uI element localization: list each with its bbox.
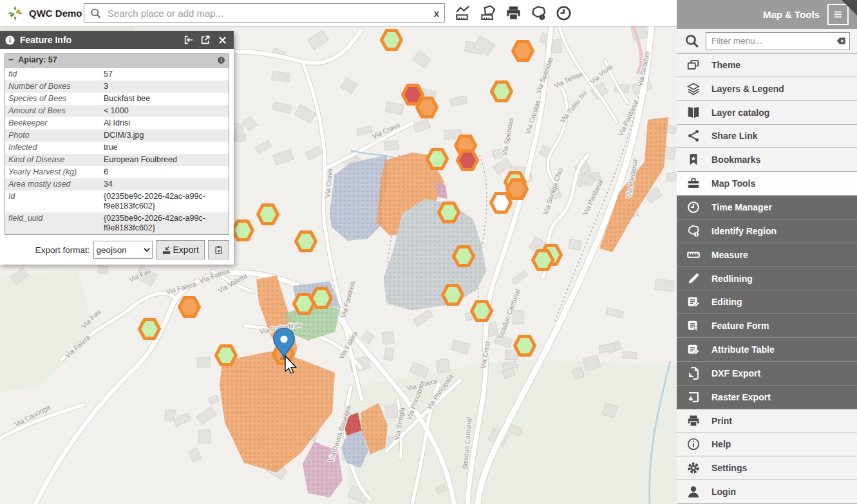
apiary-marker-orange[interactable] (513, 42, 533, 61)
raster-export-icon (684, 390, 702, 404)
apiary-marker-green[interactable] (492, 82, 512, 101)
print-icon[interactable] (502, 2, 524, 24)
feature-attribute-row: Number of Boxes3 (5, 80, 229, 93)
apiary-marker-green[interactable] (428, 150, 447, 169)
feature-attribute-row: field_uuid{0235be9c-2026-42ac-a99c-f9e81… (5, 212, 229, 235)
detach-window-icon[interactable] (198, 33, 212, 47)
feature-attribute-row: BeekeeperAl Idrisi (5, 117, 229, 129)
apiary-marker-green[interactable] (140, 320, 160, 339)
feature-attribute-row: Amount of Bees< 1000 (5, 105, 229, 117)
sidebar-item-editing[interactable]: Editing (677, 290, 857, 314)
apiary-marker-green[interactable] (439, 203, 459, 222)
time-manager-icon[interactable] (552, 2, 574, 24)
apiary-marker-green[interactable] (515, 337, 535, 355)
apiary-marker-green[interactable] (258, 205, 278, 224)
search-icon (89, 7, 102, 19)
feature-form-icon (684, 319, 702, 333)
feature-info-icon[interactable] (217, 56, 225, 64)
apiary-marker-green[interactable] (233, 221, 253, 240)
top-bar: QWC Demo x (0, 0, 677, 26)
feature-info-title: Feature Info (20, 35, 179, 45)
sidebar-title: Map & Tools (763, 9, 820, 20)
download-icon (162, 245, 171, 255)
attribute-label: field_uuid (5, 212, 101, 235)
menu-filter-input[interactable] (706, 32, 850, 50)
sidebar-item-label: Layers & Legend (711, 84, 784, 94)
attribute-label: Id (5, 191, 101, 212)
dxf-export-icon (684, 366, 702, 380)
search-bar[interactable]: x (84, 3, 445, 23)
apiary-marker-green[interactable] (216, 346, 236, 365)
dock-window-icon[interactable] (182, 33, 196, 47)
apiary-marker-green[interactable] (382, 31, 402, 50)
sidebar-item-layers-legend[interactable]: Layers & Legend (677, 77, 857, 101)
apiary-marker-green[interactable] (294, 295, 314, 313)
sidebar-item-layer-catalog[interactable]: Layer catalog (677, 101, 857, 125)
measure-area-icon[interactable] (477, 2, 499, 24)
sidebar-item-share-link[interactable]: Share Link (677, 125, 857, 149)
feature-attribute-row: Kind of DiseaseEuropean Foulbreed (5, 154, 229, 166)
attribute-value: 3 (100, 80, 229, 93)
measure-line-icon[interactable] (452, 2, 474, 24)
sidebar-item-time-manager[interactable]: Time Manager (677, 196, 857, 219)
export-format-label: Export format: (35, 245, 90, 255)
attribute-label: Kind of Disease (5, 154, 101, 166)
sidebar-item-identify-region[interactable]: Identify Region (677, 219, 857, 243)
attribute-label: Amount of Bees (5, 105, 101, 117)
export-button[interactable]: Export (156, 240, 205, 259)
sidebar-item-measure[interactable]: Measure (677, 243, 857, 267)
feature-attribute-row: Area mostly used34 (5, 178, 229, 191)
collapse-icon[interactable]: − (8, 55, 13, 65)
editing-icon (684, 295, 702, 309)
sidebar-item-dxf-export[interactable]: DXF Export (677, 362, 857, 386)
export-format-select[interactable]: geojson (93, 241, 153, 259)
copy-to-clipboard-button[interactable] (208, 240, 229, 259)
close-icon[interactable] (215, 33, 229, 47)
apiary-marker-red[interactable] (458, 151, 478, 170)
app-logo: QWC Demo (0, 5, 82, 22)
apiary-marker-green[interactable] (533, 251, 553, 270)
sidebar-item-label: Attribute Table (711, 344, 775, 355)
attribute-value: 57 (100, 68, 229, 80)
apiary-marker-orange[interactable] (507, 180, 527, 199)
backspace-clear-icon[interactable] (836, 35, 847, 46)
sidebar-item-raster-export[interactable]: Raster Export (677, 386, 857, 409)
apiary-marker-white[interactable] (491, 194, 511, 212)
feature-header-row[interactable]: − Apiary: 57 (5, 54, 229, 69)
corner-fold-decoration (842, 0, 857, 15)
sidebar-item-label: Bookmarks (711, 154, 760, 165)
app-title: QWC Demo (29, 8, 82, 19)
search-input[interactable] (106, 7, 429, 19)
search-clear-icon[interactable]: x (434, 8, 439, 19)
sidebar-item-print[interactable]: Print (677, 409, 857, 433)
sidebar-item-map-tools[interactable]: Map Tools (677, 172, 857, 196)
sidebar-item-theme[interactable]: Theme (677, 53, 857, 77)
attribute-label: Area mostly used (5, 178, 101, 191)
apiary-marker-orange[interactable] (417, 98, 437, 117)
sidebar-item-login[interactable]: Login (677, 480, 857, 504)
sidebar-item-feature-form[interactable]: Feature Form (677, 314, 857, 338)
feature-info-header[interactable]: Feature Info (0, 31, 234, 49)
apiary-marker-orange[interactable] (180, 298, 200, 317)
info-icon (5, 35, 15, 46)
apiary-marker-green[interactable] (454, 247, 474, 266)
apiary-marker-green[interactable] (296, 232, 316, 251)
attribute-label: Beekeeper (5, 117, 101, 129)
attribute-label: fid (5, 68, 101, 80)
apiary-marker-green[interactable] (472, 302, 492, 321)
feature-info-body: − Apiary: 57 fid57Number of Boxes3Specie… (0, 49, 234, 265)
sidebar-item-bookmarks[interactable]: Bookmarks (677, 148, 857, 172)
sidebar-item-settings[interactable]: Settings (677, 456, 857, 480)
sidebar-item-attribute-table[interactable]: Attribute Table (677, 338, 857, 362)
sidebar-item-help[interactable]: Help (677, 433, 857, 457)
pencil-icon (684, 272, 702, 286)
sidebar-item-redlining[interactable]: Redlining (677, 267, 857, 291)
sidebar-item-label: Print (711, 416, 732, 426)
identify-region-icon (684, 224, 702, 238)
attribute-label: Photo (5, 129, 101, 142)
feature-attribute-row: PhotoDCIM/3.jpg (5, 129, 229, 142)
identify-region-icon[interactable] (527, 2, 549, 24)
attribute-label: Number of Boxes (5, 80, 101, 93)
clipboard-icon (214, 245, 223, 255)
apiary-marker-green[interactable] (443, 286, 463, 304)
